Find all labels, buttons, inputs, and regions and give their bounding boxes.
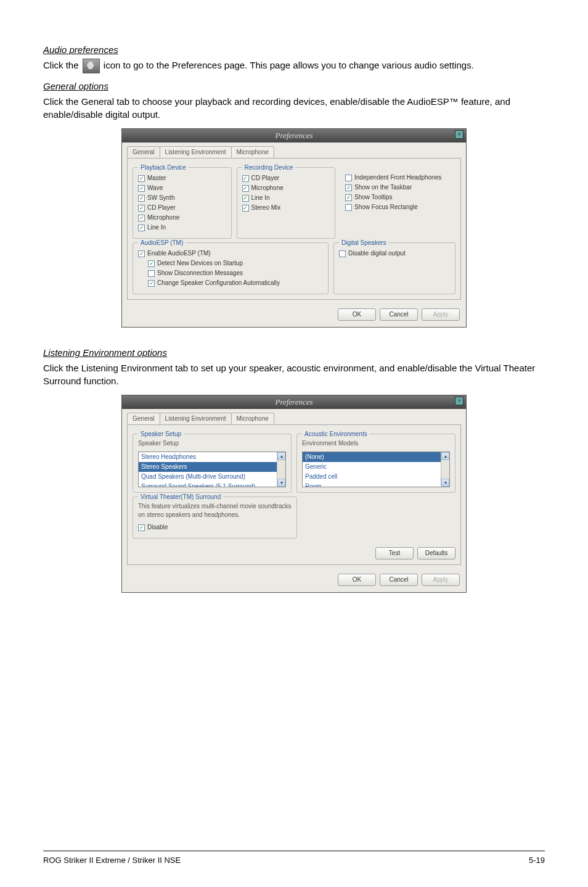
preferences-dialog-general: Preferences × General Listening Environm… [121,128,467,328]
checkbox-rec-cd[interactable]: ✓CD Player [242,174,330,183]
speaker-setup-listbox[interactable]: Stereo Headphones Stereo Speakers Quad S… [138,452,286,487]
checkbox-master[interactable]: ✓Master [138,174,226,183]
list-item[interactable]: Stereo Speakers [139,462,285,472]
acoustic-env-group: Acoustic Environments Environment Models… [296,434,455,493]
page-footer: ROG Striker II Extreme / Striker II NSE … [43,851,545,866]
label: Show Tooltips [354,193,393,202]
checkbox-show-tooltips[interactable]: ✓Show Tooltips [345,193,451,202]
apply-button[interactable]: Apply [422,308,460,321]
dialog-buttons: OK Cancel Apply [122,570,466,592]
ok-button[interactable]: OK [338,574,376,586]
tab-general[interactable]: General [127,413,160,424]
scrollbar[interactable]: ▴ ▾ [277,452,285,487]
dialog-title-text: Preferences [275,131,312,140]
checkbox-vts-disable[interactable]: ✓Disable [138,523,292,532]
audioesp-group: AudioESP (TM) ✓Enable AudioESP (TM) ✓Det… [133,242,329,294]
close-icon[interactable]: × [455,397,463,405]
group-title: Digital Speakers [339,239,389,247]
scroll-down-icon[interactable]: ▾ [277,479,285,487]
inner-buttons: Test Defaults [133,547,455,559]
audio-preferences-heading: Audio preferences [43,43,545,56]
defaults-button[interactable]: Defaults [417,547,455,559]
tabs: General Listening Environment Microphone [122,142,466,158]
vts-description: This feature virtualizes multi-channel m… [138,502,292,519]
acoustic-env-listbox[interactable]: (None) Generic Padded cell Room Bathroom… [302,452,450,487]
checkbox-show-focus[interactable]: Show Focus Rectangle [345,203,451,212]
scrollbar[interactable]: ▴ ▾ [441,452,449,487]
checkbox-change-speaker-auto[interactable]: ✓Change Speaker Configuration Automatica… [148,279,323,287]
listening-env-heading: Listening Environment options [43,346,545,359]
dialog-buttons: OK Cancel Apply [122,305,466,327]
group-title: AudioESP (TM) [138,239,186,247]
footer-right: 5-19 [529,855,545,866]
tab-microphone[interactable]: Microphone [231,413,274,424]
label: Line In [251,194,270,202]
text-before: Click the [43,60,81,70]
checkbox-show-taskbar[interactable]: ✓Show on the Taskbar [345,183,451,192]
text-after: icon to go to the Preferences page. This… [104,60,474,70]
list-item[interactable]: Padded cell [303,472,449,482]
checkbox-microphone[interactable]: ✓Microphone [138,213,226,222]
apply-button[interactable]: Apply [422,574,460,586]
list-item[interactable]: Stereo Headphones [139,452,285,462]
close-icon[interactable]: × [455,130,463,139]
screenshot-general: Preferences × General Listening Environm… [43,128,545,328]
checkbox-swsynth[interactable]: ✓SW Synth [138,194,226,202]
listening-env-text: Click the Listening Environment tab to s… [43,361,545,387]
cancel-button[interactable]: Cancel [380,308,418,321]
checkbox-rec-mic[interactable]: ✓Microphone [242,184,330,192]
label: Microphone [147,213,179,222]
label: Disable [147,523,168,532]
preferences-toolbar-icon [83,59,100,73]
ok-button[interactable]: OK [338,308,376,321]
checkbox-disable-digital[interactable]: Disable digital output [339,249,450,258]
tab-listening[interactable]: Listening Environment [160,146,232,158]
list-item[interactable]: Room [303,482,449,487]
tab-listening[interactable]: Listening Environment [160,413,232,424]
label: Detect New Devices on Startup [157,259,243,268]
label: Disable digital output [348,249,406,258]
label: CD Player [251,174,280,183]
tab-microphone[interactable]: Microphone [231,146,274,158]
dialog-title: Preferences × [122,129,466,142]
test-button[interactable]: Test [375,547,414,559]
general-options-heading: General options [43,80,545,93]
checkbox-linein[interactable]: ✓Line In [138,223,226,232]
label: Show Disconnection Messages [157,269,243,278]
checkbox-rec-stereomix[interactable]: ✓Stereo Mix [242,204,330,212]
group-title: Recording Device [242,163,296,172]
label: Microphone [251,184,284,192]
right-options-group: Independent Front Headphones ✓Show on th… [340,167,455,239]
scroll-down-icon[interactable]: ▾ [441,479,449,487]
label: SW Synth [147,194,174,202]
preferences-dialog-listening: Preferences × General Listening Environm… [121,395,467,593]
dialog-title: Preferences × [122,395,466,409]
label: Change Speaker Configuration Automatical… [157,279,280,287]
label: Stereo Mix [251,204,281,212]
scroll-up-icon[interactable]: ▴ [441,452,449,460]
recording-device-group: Recording Device ✓CD Player ✓Microphone … [237,167,336,239]
virtual-theater-group: Virtual Theater(TM) Surround This featur… [133,497,297,538]
screenshot-listening: Preferences × General Listening Environm… [43,395,545,593]
list-item[interactable]: (None) [303,452,449,462]
playback-device-group: Playback Device ✓Master ✓Wave ✓SW Synth … [133,167,232,239]
label: Wave [147,184,163,192]
label: Master [147,174,166,183]
list-item[interactable]: Generic [303,462,449,472]
tab-general[interactable]: General [127,146,160,158]
checkbox-wave[interactable]: ✓Wave [138,184,226,192]
checkbox-indep-headphones[interactable]: Independent Front Headphones [345,173,451,182]
list-item[interactable]: Quad Speakers (Multi-drive Surround) [139,472,285,482]
checkbox-cdplayer[interactable]: ✓CD Player [138,204,226,212]
checkbox-enable-audioesp[interactable]: ✓Enable AudioESP (TM) [138,249,323,258]
list-item[interactable]: Surround Sound Speakers (5.1 Surround) [139,482,285,487]
digital-speakers-group: Digital Speakers Disable digital output [333,242,455,294]
checkbox-rec-linein[interactable]: ✓Line In [242,194,330,202]
checkbox-detect-startup[interactable]: ✓Detect New Devices on Startup [148,259,323,268]
checkbox-show-disconnect[interactable]: Show Disconnection Messages [148,269,323,278]
group-title: Speaker Setup [138,430,184,439]
cancel-button[interactable]: Cancel [380,574,418,586]
footer-left: ROG Striker II Extreme / Striker II NSE [43,855,181,866]
label: Line In [147,223,166,232]
scroll-up-icon[interactable]: ▴ [277,452,285,460]
